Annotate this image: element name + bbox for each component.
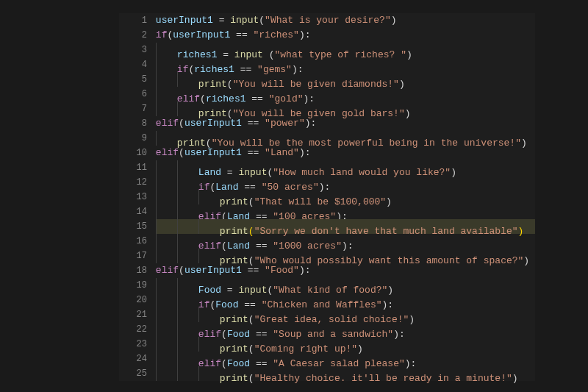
code-content[interactable]: print("Who would possibly want this amou…: [156, 249, 535, 263]
code-content[interactable]: print("That will be $100,000"): [156, 190, 535, 204]
code-line[interactable]: 22elif(Food == "Soup and a sandwich"):: [119, 322, 535, 337]
tok-func: input: [230, 15, 259, 26]
tok-str: "What is your desire?": [265, 15, 391, 26]
tok-op: :: [305, 265, 311, 276]
tok-func: print: [220, 373, 248, 384]
code-content[interactable]: elif(Food == "A Caesar salad please"):: [156, 352, 535, 366]
code-line[interactable]: 6elif(riches1 == "gold"):: [119, 87, 535, 101]
code-line[interactable]: 15print("Sorry we don't have that much l…: [119, 219, 535, 234]
code-content[interactable]: elif(Food == "Soup and a sandwich"):: [156, 322, 535, 337]
code-line[interactable]: 21print("Great idea, solid choice!"): [119, 307, 535, 322]
tok-op: ==: [242, 147, 265, 158]
line-number: 5: [119, 72, 156, 87]
line-number: 16: [119, 234, 156, 249]
tok-kw: if: [156, 29, 168, 40]
line-number: 23: [119, 337, 156, 352]
code-content[interactable]: print("Great idea, solid choice!"): [156, 307, 535, 322]
code-content[interactable]: print("You will be the most powerful bei…: [156, 131, 535, 146]
code-content[interactable]: elif(userInput1 == "Food"):: [156, 263, 535, 278]
line-number: 4: [119, 57, 156, 72]
tok-paren: ): [391, 15, 397, 26]
tok-kw: elif: [156, 147, 179, 158]
code-line[interactable]: 8elif(userInput1 == "power"):: [119, 116, 535, 131]
line-number: 8: [119, 116, 156, 131]
code-line[interactable]: 9print("You will be the most powerful be…: [119, 131, 535, 146]
tok-var: userInput1: [184, 118, 242, 129]
line-number: 15: [119, 219, 156, 234]
code-content[interactable]: if(userInput1 == "riches"):: [156, 28, 535, 43]
tok-var: userInput1: [156, 15, 213, 26]
line-number: 20: [119, 293, 156, 307]
code-line[interactable]: 2if(userInput1 == "riches"):: [119, 28, 535, 43]
code-content[interactable]: elif(Land == "1000 acres"):: [156, 234, 535, 249]
tok-op: :: [305, 29, 311, 40]
tok-var: userInput1: [173, 29, 230, 40]
code-content[interactable]: riches1 = input ("what type of riches? "…: [156, 43, 535, 57]
line-number: 2: [119, 28, 156, 43]
tok-var: userInput1: [184, 147, 242, 158]
code-line[interactable]: 14elif(Land == "100 acres"):: [119, 204, 535, 219]
code-line[interactable]: 25print("Healthy choice. it'll be ready …: [119, 366, 535, 381]
code-line[interactable]: 10elif(userInput1 == "Land"):: [119, 146, 535, 160]
code-line[interactable]: 20if(Food == "Chicken and Waffles"):: [119, 293, 535, 307]
code-content[interactable]: print("Healthy choice. it'll be ready in…: [156, 366, 535, 381]
code-editor[interactable]: 1userInput1 = input("What is your desire…: [119, 13, 535, 381]
tok-op: ==: [242, 265, 265, 276]
code-content[interactable]: print("Sorry we don't have that much lan…: [156, 219, 535, 234]
tok-paren: (: [179, 147, 184, 158]
code-content[interactable]: print("You will be given diamonds!"): [156, 72, 535, 87]
code-content[interactable]: print("You will be given gold bars!"): [156, 101, 535, 116]
tok-paren: ): [299, 29, 305, 40]
tok-op: ==: [230, 29, 253, 40]
code-line[interactable]: 7print("You will be given gold bars!"): [119, 101, 535, 116]
code-line[interactable]: 1userInput1 = input("What is your desire…: [119, 13, 535, 28]
tok-paren: ): [299, 147, 305, 158]
code-content[interactable]: elif(riches1 == "gold"):: [156, 87, 535, 101]
tok-str: "power": [265, 118, 305, 129]
code-content[interactable]: elif(Land == "100 acres"):: [156, 204, 535, 219]
tok-paren: (: [179, 265, 184, 276]
tok-paren: ): [299, 265, 305, 276]
tok-str: "Food": [265, 265, 299, 276]
code-line[interactable]: 16elif(Land == "1000 acres"):: [119, 234, 535, 249]
code-line[interactable]: 11Land = input("How much land would you …: [119, 160, 535, 175]
code-content[interactable]: Land = input("How much land would you li…: [156, 160, 535, 175]
line-number: 13: [119, 190, 156, 204]
tok-str: "riches": [254, 29, 299, 40]
line-number: 24: [119, 352, 156, 366]
line-number: 21: [119, 307, 156, 322]
line-number: 18: [119, 263, 156, 278]
line-number: 14: [119, 204, 156, 219]
tok-paren: (: [248, 373, 254, 384]
tok-str: "Land": [265, 147, 299, 158]
code-content[interactable]: if(Food == "Chicken and Waffles"):: [156, 293, 535, 307]
code-line[interactable]: 13print("That will be $100,000"): [119, 190, 535, 204]
code-content[interactable]: elif(userInput1 == "Land"):: [156, 146, 535, 160]
tok-kw: elif: [156, 265, 179, 276]
tok-op: :: [311, 118, 317, 129]
code-line[interactable]: 18elif(userInput1 == "Food"):: [119, 263, 535, 278]
code-content[interactable]: print("Coming right up!"): [156, 337, 535, 352]
code-content[interactable]: if(riches1 == "gems"):: [156, 57, 535, 72]
code-content[interactable]: if(Land == "50 acres"):: [156, 175, 535, 190]
code-line[interactable]: 19Food = input("What kind of food?"): [119, 278, 535, 293]
tok-op: =: [213, 15, 230, 26]
line-number: 19: [119, 278, 156, 293]
code-content[interactable]: Food = input("What kind of food?"): [156, 278, 535, 293]
code-content[interactable]: elif(userInput1 == "power"):: [156, 116, 535, 131]
code-line[interactable]: 3riches1 = input ("what type of riches? …: [119, 43, 535, 57]
code-line[interactable]: 23print("Coming right up!"): [119, 337, 535, 352]
tok-var: userInput1: [184, 265, 242, 276]
line-number: 12: [119, 175, 156, 190]
code-line[interactable]: 12if(Land == "50 acres"):: [119, 175, 535, 190]
code-line[interactable]: 17print("Who would possibly want this am…: [119, 249, 535, 263]
code-content[interactable]: userInput1 = input("What is your desire?…: [156, 13, 535, 28]
code-line[interactable]: 5print("You will be given diamonds!"): [119, 72, 535, 87]
tok-paren: (: [259, 15, 265, 26]
code-line[interactable]: 4if(riches1 == "gems"):: [119, 57, 535, 72]
line-number: 10: [119, 146, 156, 160]
line-number: 3: [119, 43, 156, 57]
line-number: 11: [119, 160, 156, 175]
tok-paren: ): [305, 118, 311, 129]
code-line[interactable]: 24elif(Food == "A Caesar salad please"):: [119, 352, 535, 366]
